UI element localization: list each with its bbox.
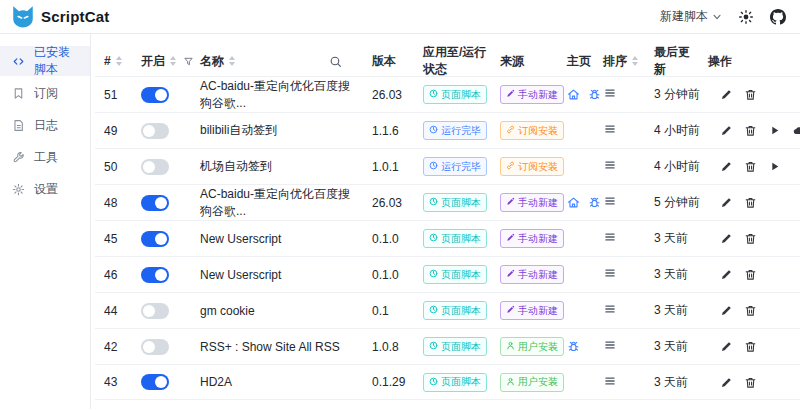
script-id: 49: [95, 124, 135, 138]
enable-toggle[interactable]: [141, 339, 169, 355]
enable-toggle[interactable]: [141, 123, 169, 139]
script-name[interactable]: 机场自动签到: [195, 158, 360, 175]
delete-icon[interactable]: [744, 88, 757, 101]
delete-icon[interactable]: [744, 268, 757, 281]
filter-icon[interactable]: [183, 56, 194, 67]
search-icon[interactable]: [329, 55, 342, 68]
pencil-icon: [506, 269, 515, 280]
source-badge[interactable]: 手动新建: [500, 85, 564, 104]
script-id: 43: [95, 375, 135, 389]
script-name[interactable]: New Userscript: [195, 268, 360, 282]
source-badge[interactable]: 用户安装: [500, 373, 564, 392]
clock-icon: [429, 125, 438, 136]
script-id: 46: [95, 268, 135, 282]
sort-icon[interactable]: [116, 56, 122, 66]
sidebar-item-installed-scripts[interactable]: 已安装脚本: [0, 46, 90, 76]
source-badge[interactable]: 手动新建: [500, 301, 564, 320]
script-version: 0.1.0: [360, 232, 410, 246]
sidebar-item-subscriptions[interactable]: 订阅: [0, 78, 90, 108]
status-badge: 页面脚本: [423, 337, 487, 356]
sort-icon[interactable]: [229, 56, 235, 66]
drag-handle-icon[interactable]: [603, 86, 617, 100]
script-version: 26.03: [360, 88, 410, 102]
last-updated: 3 分钟前: [642, 86, 700, 103]
edit-icon[interactable]: [720, 304, 733, 317]
table-row: 44gm cookie0.1页面脚本手动新建3 天前: [95, 292, 800, 328]
sort-icon[interactable]: [632, 56, 638, 66]
drag-handle-icon[interactable]: [603, 230, 617, 244]
status-badge: 页面脚本: [423, 373, 487, 392]
delete-icon[interactable]: [744, 124, 757, 137]
bug-icon[interactable]: [567, 340, 580, 353]
column-updated: 最后更新: [654, 44, 700, 78]
table-body: 51AC-baidu-重定向优化百度搜狗谷歌...26.03页面脚本手动新建3 …: [95, 76, 800, 400]
delete-icon[interactable]: [744, 232, 757, 245]
enable-toggle[interactable]: [141, 303, 169, 319]
drag-handle-icon[interactable]: [603, 266, 617, 280]
enable-toggle[interactable]: [141, 374, 169, 390]
sort-icon[interactable]: [170, 56, 176, 66]
drag-handle-icon[interactable]: [603, 158, 617, 172]
script-name[interactable]: gm cookie: [195, 304, 360, 318]
edit-icon[interactable]: [720, 196, 733, 209]
script-name[interactable]: New Userscript: [195, 232, 360, 246]
status-badge: 运行完毕: [423, 157, 487, 176]
script-name[interactable]: HD2A: [195, 375, 360, 389]
drag-handle-icon[interactable]: [603, 338, 617, 352]
run-icon[interactable]: [768, 160, 781, 173]
home-icon[interactable]: [567, 196, 580, 209]
edit-icon[interactable]: [720, 160, 733, 173]
status-badge: 页面脚本: [423, 193, 487, 212]
edit-icon[interactable]: [720, 376, 733, 389]
enable-toggle[interactable]: [141, 231, 169, 247]
delete-icon[interactable]: [744, 376, 757, 389]
source-badge[interactable]: 订阅安装: [500, 157, 564, 176]
clock-icon: [429, 305, 438, 316]
status-badge: 页面脚本: [423, 301, 487, 320]
edit-icon[interactable]: [720, 232, 733, 245]
theme-sun-icon[interactable]: [738, 9, 754, 25]
delete-icon[interactable]: [744, 196, 757, 209]
sidebar-item-settings[interactable]: 设置: [0, 174, 90, 204]
drag-handle-icon[interactable]: [603, 374, 617, 388]
edit-icon[interactable]: [720, 268, 733, 281]
enable-toggle[interactable]: [141, 159, 169, 175]
source-badge[interactable]: 订阅安装: [500, 121, 564, 140]
delete-icon[interactable]: [744, 340, 757, 353]
delete-icon[interactable]: [744, 304, 757, 317]
script-name[interactable]: RSS+ : Show Site All RSS: [195, 340, 360, 354]
drag-handle-icon[interactable]: [603, 302, 617, 316]
source-badge[interactable]: 手动新建: [500, 193, 564, 212]
table-row: 48AC-baidu-重定向优化百度搜狗谷歌...26.03页面脚本手动新建5 …: [95, 184, 800, 220]
edit-icon[interactable]: [720, 124, 733, 137]
enable-toggle[interactable]: [141, 87, 169, 103]
clock-icon: [429, 341, 438, 352]
drag-handle-icon[interactable]: [603, 122, 617, 136]
run-icon[interactable]: [768, 124, 781, 137]
script-version: 1.1.6: [360, 124, 410, 138]
enable-toggle[interactable]: [141, 267, 169, 283]
script-name[interactable]: bilibili自动签到: [195, 122, 360, 139]
sidebar-item-tools[interactable]: 工具: [0, 142, 90, 172]
source-badge[interactable]: 用户安装: [500, 337, 564, 356]
new-script-button[interactable]: 新建脚本: [660, 8, 722, 25]
column-actions: 操作: [708, 53, 732, 70]
source-badge[interactable]: 手动新建: [500, 265, 564, 284]
delete-icon[interactable]: [744, 160, 757, 173]
pencil-icon: [506, 233, 515, 244]
column-enabled: 开启: [141, 53, 165, 70]
script-name[interactable]: AC-baidu-重定向优化百度搜狗谷歌...: [195, 78, 360, 112]
source-badge[interactable]: 手动新建: [500, 229, 564, 248]
cloud-icon[interactable]: [792, 124, 800, 137]
user-icon: [506, 377, 515, 388]
last-updated: 4 小时前: [642, 158, 700, 175]
script-name[interactable]: AC-baidu-重定向优化百度搜狗谷歌...: [195, 186, 360, 220]
drag-handle-icon[interactable]: [603, 194, 617, 208]
github-icon[interactable]: [770, 9, 786, 25]
sidebar-item-logs[interactable]: 日志: [0, 110, 90, 140]
edit-icon[interactable]: [720, 340, 733, 353]
enable-toggle[interactable]: [141, 195, 169, 211]
last-updated: 3 天前: [642, 230, 700, 247]
home-icon[interactable]: [567, 88, 580, 101]
edit-icon[interactable]: [720, 88, 733, 101]
